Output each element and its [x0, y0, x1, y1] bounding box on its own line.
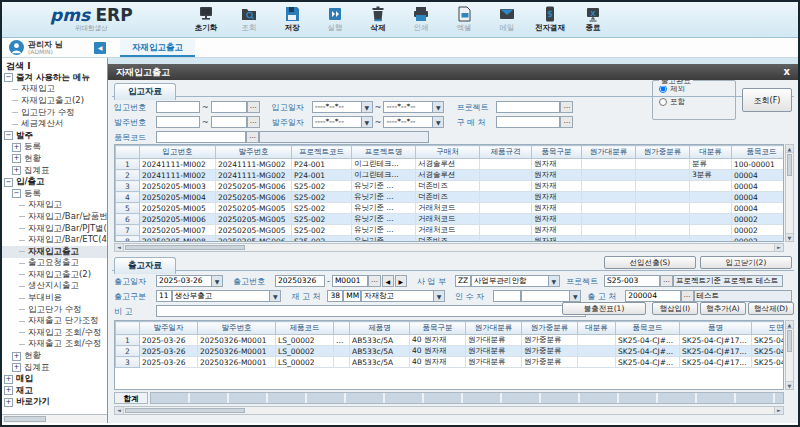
table-row[interactable]: 520250205-MI00520250205-MG005S25-002유닛기준…	[116, 203, 785, 214]
scroll-down-icon[interactable]: ▼	[786, 233, 793, 241]
grid-cell[interactable]: 유닛기준 ...	[352, 192, 416, 203]
grid-cell[interactable]	[578, 335, 616, 346]
grid-cell[interactable]: AB533c/5A	[350, 357, 410, 368]
grid-column-header[interactable]: 제품코드	[276, 322, 334, 335]
grid-cell[interactable]: SK25-04-CJ#17...	[680, 357, 752, 368]
grid-cell[interactable]: 원자재	[532, 225, 582, 236]
grid-cell[interactable]: P24-001	[292, 159, 352, 170]
grid-cell[interactable]: 40 원자재	[410, 346, 466, 357]
table-row[interactable]: 820250205-MI00820250205-MG006S25-002유닛기준…	[116, 236, 785, 243]
radio-include[interactable]: 포함	[659, 97, 735, 107]
out-no-browse-button[interactable]: …	[368, 275, 381, 287]
grid-column-header[interactable]: 프로젝트코드	[292, 146, 352, 159]
grid-column-header[interactable]: 원가대분류	[582, 146, 636, 159]
grid-cell[interactable]: 원가중분류	[522, 357, 578, 368]
grid-cell[interactable]: 40 원자재	[410, 357, 466, 368]
out-type-code-input[interactable]: 11	[156, 290, 172, 302]
row-number[interactable]: 2	[116, 346, 140, 357]
tree-expand-icon[interactable]: +	[12, 363, 21, 372]
grid-column-header[interactable]: 발주번호	[216, 146, 292, 159]
table-row[interactable]: 12025-03-2620250326-M0001LS_00002…AB533c…	[116, 335, 785, 346]
grid-cell[interactable]: …	[334, 335, 350, 346]
row-number[interactable]: 7	[116, 225, 140, 236]
chevron-down-icon[interactable]: ▼	[433, 116, 444, 128]
grid-cell[interactable]: LS_00002	[276, 357, 334, 368]
grid-cell[interactable]	[578, 357, 616, 368]
grid-cell[interactable]: 더존비즈	[416, 236, 480, 243]
table-row[interactable]: 320250205-MI00320250205-MG006S25-002유닛기준…	[116, 181, 785, 192]
po-date-from-input[interactable]: ----*--*--	[312, 116, 362, 128]
inbound-close-button[interactable]: 입고닫기(2)	[700, 256, 792, 269]
inbound-grid-vscrollbar[interactable]: ▲▼	[785, 144, 794, 242]
grid-cell[interactable]: 유닛기준 ...	[352, 181, 416, 192]
grid-cell[interactable]: 유닛기준 ...	[352, 214, 416, 225]
in-date-to-input[interactable]: ----*--*--	[383, 101, 433, 113]
grid-cell[interactable]: S25-002	[292, 214, 352, 225]
search-button[interactable]: 조회	[228, 6, 271, 33]
grid-cell[interactable]	[636, 225, 690, 236]
sidebar-item[interactable]: +매입	[2, 373, 107, 385]
grid-cell[interactable]: 20241111-MG002	[216, 170, 292, 181]
grid-cell[interactable]	[578, 346, 616, 357]
grid-cell[interactable]: 서경솔루션	[416, 170, 480, 181]
grid-cell[interactable]: SK25-04-CJ...	[752, 346, 785, 357]
grid-cell[interactable]: 원자재	[532, 170, 582, 181]
grid-cell[interactable]: 원자재	[532, 181, 582, 192]
grid-cell[interactable]	[480, 214, 532, 225]
grid-cell[interactable]: 40 원자재	[410, 335, 466, 346]
po-no-browse-button[interactable]: …	[247, 116, 260, 128]
vendor-input[interactable]	[496, 116, 560, 128]
row-number[interactable]: 6	[116, 214, 140, 225]
sidebar-horizontal-scrollbar[interactable]	[2, 414, 107, 423]
chevron-down-icon[interactable]: ▼	[362, 116, 373, 128]
row-number[interactable]: 5	[116, 203, 140, 214]
grid-cell[interactable]: 20250205-MI004	[140, 192, 216, 203]
sidebar-item[interactable]: +집계표	[2, 362, 107, 374]
in-no-browse-button[interactable]: …	[247, 101, 260, 113]
sidebar-collapse-button[interactable]: ◀	[94, 42, 106, 54]
grid-cell[interactable]: 원자재	[532, 203, 582, 214]
grid-cell[interactable]	[636, 170, 690, 181]
grid-cell[interactable]: 00002	[732, 236, 785, 243]
grid-cell[interactable]: 00004	[732, 203, 785, 214]
mail-button[interactable]: 메일	[486, 6, 529, 33]
grid-cell[interactable]: 00002	[732, 214, 785, 225]
grid-cell[interactable]	[636, 159, 690, 170]
grid-cell[interactable]: 20250205-MG006	[216, 192, 292, 203]
grid-cell[interactable]: 더존비즈	[416, 181, 480, 192]
grid-cell[interactable]: 20250205-MI008	[140, 236, 216, 243]
grid-cell[interactable]: S25-002	[292, 203, 352, 214]
grid-cell[interactable]: 원자재	[532, 236, 582, 243]
scrollbar-thumb[interactable]	[787, 154, 792, 176]
grid-column-header[interactable]: 구매처	[416, 146, 480, 159]
chevron-down-icon[interactable]: ▼	[212, 275, 223, 287]
grid-cell[interactable]: 20250326-M0001	[198, 357, 276, 368]
grid-column-header[interactable]: 발주번호	[198, 322, 276, 335]
issue-slip-button[interactable]: 불출전표(1)	[562, 302, 646, 315]
grid-cell[interactable]: 서경솔루션	[416, 159, 480, 170]
chevron-down-icon[interactable]: ▼	[362, 101, 373, 113]
grid-cell[interactable]: S25-002	[292, 236, 352, 243]
grid-column-header[interactable]: 대분류	[690, 146, 732, 159]
sidebar-item[interactable]: 자재출고 단가조정	[2, 315, 107, 327]
grid-cell[interactable]: SK25-04-CJ#...	[616, 357, 680, 368]
grid-cell[interactable]: 3분류	[690, 170, 732, 181]
grid-cell[interactable]: 00004	[732, 192, 785, 203]
grid-cell[interactable]: 원가중분류	[522, 335, 578, 346]
receiver-select[interactable]	[521, 290, 570, 302]
excel-button[interactable]: 엑셀	[443, 6, 486, 33]
grid-column-header[interactable]: 도면번호	[752, 322, 785, 335]
grid-cell[interactable]: 20250205-MG006	[216, 236, 292, 243]
table-row[interactable]: 620250205-MI00620250205-MG005S25-002유닛기준…	[116, 214, 785, 225]
grid-cell[interactable]	[690, 181, 732, 192]
delete-button[interactable]: 삭제	[357, 6, 400, 33]
scroll-right-icon[interactable]: ►	[774, 407, 783, 414]
grid-column-header[interactable]: 발주일자	[140, 322, 198, 335]
out-date-input[interactable]: 2025-03-26	[156, 275, 212, 287]
prev-record-button[interactable]: ◀	[382, 275, 394, 287]
grid-cell[interactable]	[480, 170, 532, 181]
grid-cell[interactable]: LS_00002	[276, 335, 334, 346]
tree-expand-icon[interactable]: +	[4, 386, 13, 395]
grid-cell[interactable]	[636, 214, 690, 225]
grid-column-header[interactable]	[334, 322, 350, 335]
